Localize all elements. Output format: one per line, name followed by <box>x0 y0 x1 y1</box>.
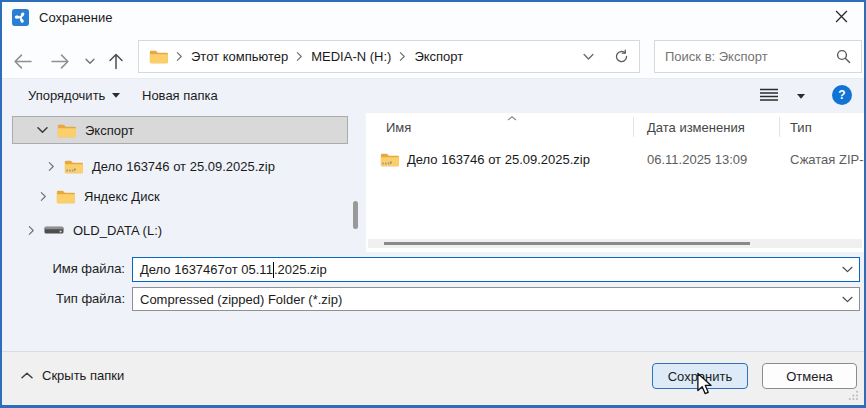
up-icon <box>108 52 124 70</box>
filetype-dropdown-chevron-icon[interactable] <box>842 296 853 303</box>
resize-grip-icon[interactable] <box>848 390 859 401</box>
file-list-header: Имя Дата изменения Тип <box>366 113 864 141</box>
tree-item-old-data-drive[interactable]: OLD_DATA (L:) <box>28 216 162 244</box>
file-list-scrollbar-thumb[interactable] <box>384 242 750 245</box>
search-icon <box>836 49 851 64</box>
chevron-right-icon <box>399 51 406 62</box>
close-button[interactable] <box>820 2 862 31</box>
hide-folders-button[interactable]: Скрыть папки <box>15 367 130 384</box>
filetype-select[interactable]: Compressed (zipped) Folder (*.zip) <box>132 287 860 311</box>
dialog-body: Упорядочить Новая папка ? Экспорт <box>2 78 864 355</box>
hide-folders-chevron-icon <box>21 372 33 379</box>
help-icon: ? <box>838 88 845 102</box>
close-icon <box>835 10 848 23</box>
tree-item-label: Экспорт <box>85 123 134 138</box>
new-folder-button[interactable]: Новая папка <box>136 79 224 111</box>
help-button[interactable]: ? <box>832 85 852 105</box>
cancel-button[interactable]: Отмена <box>762 363 857 389</box>
file-modified-date: 06.11.2025 13:09 <box>647 152 747 167</box>
column-header-name[interactable]: Имя <box>386 120 411 135</box>
column-separator[interactable] <box>779 117 780 137</box>
file-list-row[interactable]: Дело 163746 от 25.09.2025.zip 06.11.2025… <box>380 147 866 171</box>
title-bar: Сохранение <box>2 2 864 32</box>
new-folder-label: Новая папка <box>142 88 218 103</box>
navigation-bar: Этот компьютер MEDIA-N (H:) Экспорт Поис… <box>2 32 864 78</box>
column-header-type[interactable]: Тип <box>790 120 812 135</box>
chevron-right-icon[interactable] <box>40 191 47 202</box>
folder-icon <box>149 49 168 64</box>
view-details-icon <box>760 88 778 102</box>
column-header-modified[interactable]: Дата изменения <box>647 120 745 135</box>
breadcrumb-item-export[interactable]: Экспорт <box>414 49 463 64</box>
chevron-right-icon <box>176 51 183 62</box>
hard-drive-icon <box>44 224 64 236</box>
chevron-right-icon[interactable] <box>28 225 35 236</box>
tree-item-yandex-disk[interactable]: Яндекс Диск <box>40 182 160 210</box>
command-toolbar: Упорядочить Новая папка ? <box>2 79 864 111</box>
file-list: Имя Дата изменения Тип Дело 163746 от 25… <box>366 113 864 252</box>
organize-button[interactable]: Упорядочить <box>22 79 126 111</box>
forward-button[interactable] <box>48 51 72 71</box>
zip-folder-icon <box>380 152 399 167</box>
file-type: Сжатая ZIP-папка <box>790 152 866 167</box>
chevron-right-icon[interactable] <box>48 161 55 172</box>
tree-item-export[interactable]: Экспорт <box>12 116 348 144</box>
search-placeholder: Поиск в: Экспорт <box>665 49 768 64</box>
folder-icon <box>56 189 75 204</box>
caret-down-icon <box>112 93 120 98</box>
back-icon <box>13 53 32 70</box>
recent-locations-button[interactable] <box>82 51 98 71</box>
tree-item-label: Дело 163746 от 25.09.2025.zip <box>92 159 275 174</box>
breadcrumb-item-drive[interactable]: MEDIA-N (H:) <box>311 49 391 64</box>
organize-label: Упорядочить <box>28 88 105 103</box>
file-list-horizontal-scrollbar[interactable] <box>368 239 862 248</box>
address-bar[interactable]: Этот компьютер MEDIA-N (H:) Экспорт <box>138 40 640 73</box>
dialog-footer: Скрыть папки Сохранить Отмена <box>2 351 864 405</box>
tree-scrollbar-thumb[interactable] <box>353 201 358 229</box>
view-mode-dropdown-button[interactable] <box>791 92 811 100</box>
filename-input[interactable]: Дело 1637467от 05.11 .2025.zip <box>132 257 860 282</box>
filename-text-after-caret: .2025.zip <box>274 262 327 277</box>
save-button[interactable]: Сохранить <box>652 363 748 389</box>
filename-dropdown-chevron-icon[interactable] <box>842 266 853 273</box>
tree-item-label: OLD_DATA (L:) <box>73 223 162 238</box>
view-mode-button[interactable] <box>754 85 784 105</box>
caret-down-icon <box>797 94 805 99</box>
breadcrumb-item-this-pc[interactable]: Этот компьютер <box>191 49 288 64</box>
window-title: Сохранение <box>39 10 113 25</box>
up-button[interactable] <box>104 51 128 71</box>
chevron-right-icon <box>296 51 303 62</box>
tree-item-zip-file[interactable]: Дело 163746 от 25.09.2025.zip <box>48 152 275 180</box>
column-separator[interactable] <box>633 117 634 137</box>
tree-item-label: Яндекс Диск <box>84 189 160 204</box>
chevron-expanded-icon[interactable] <box>37 126 48 134</box>
filetype-value: Compressed (zipped) Folder (*.zip) <box>140 292 342 307</box>
app-icon <box>12 9 29 26</box>
zip-folder-icon <box>64 159 83 174</box>
search-input[interactable]: Поиск в: Экспорт <box>654 40 862 73</box>
filename-text-before-caret: Дело 1637467от 05.11 <box>140 262 273 277</box>
sort-asc-icon <box>507 116 517 121</box>
filetype-label: Тип файла: <box>30 291 125 306</box>
back-button[interactable] <box>10 51 34 71</box>
file-name: Дело 163746 от 25.09.2025.zip <box>407 152 590 167</box>
save-dialog-window: Сохранение Этот компьютер MEDIA-N (H:) Э… <box>0 0 866 408</box>
address-dropdown-chevron-icon[interactable] <box>583 53 594 61</box>
chevron-down-icon <box>85 58 95 65</box>
folder-icon <box>57 123 76 138</box>
hide-folders-label: Скрыть папки <box>42 368 124 383</box>
forward-icon <box>51 53 70 70</box>
filename-label: Имя файла: <box>30 261 125 276</box>
refresh-icon[interactable] <box>614 49 629 64</box>
